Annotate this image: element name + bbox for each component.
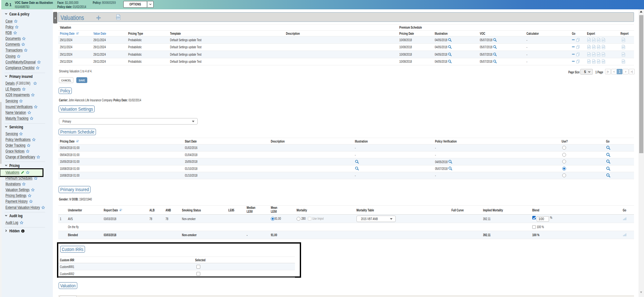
svg-text:XLS: XLS (117, 17, 119, 18)
